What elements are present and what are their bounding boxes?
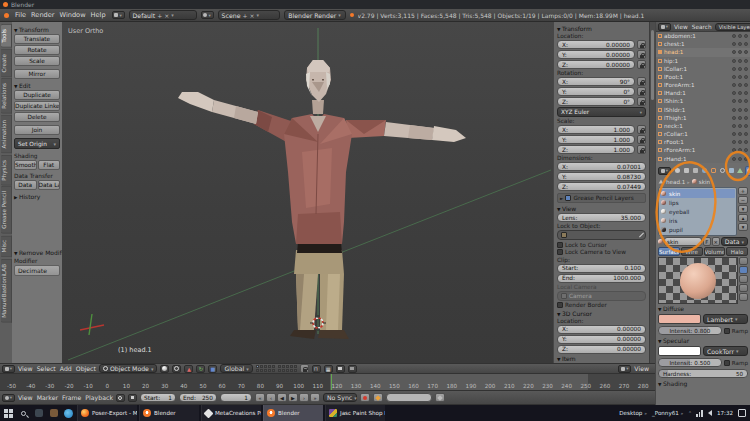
- toolshelf-tab[interactable]: Grease Pencil: [1, 186, 12, 234]
- outliner-item[interactable]: lShin:1: [656, 97, 750, 105]
- edit-tool-button[interactable]: Join: [14, 125, 60, 135]
- outliner-item[interactable]: lThigh:1: [656, 114, 750, 122]
- taskbar-window-button[interactable]: Blender: [263, 405, 323, 421]
- properties-tab-icon[interactable]: [682, 166, 690, 176]
- viewport-menu[interactable]: Select: [37, 365, 56, 372]
- transform-tool-button[interactable]: Rotate: [14, 45, 60, 55]
- mode-dropdown[interactable]: Object Mode: [99, 364, 158, 373]
- specular-ramp-checkbox[interactable]: Ramp: [724, 360, 748, 366]
- viewport-menu[interactable]: View: [18, 365, 33, 372]
- frame-end-field[interactable]: End:250: [179, 393, 217, 402]
- outliner-item[interactable]: lCollar:1: [656, 65, 750, 73]
- lock-to-scene-button[interactable]: [300, 364, 309, 373]
- visibility-toggles[interactable]: [732, 116, 748, 120]
- frame-start-field[interactable]: Start:1: [140, 393, 176, 402]
- snap-magnet-button[interactable]: U: [312, 365, 321, 373]
- viewport-menu[interactable]: Object: [76, 365, 96, 372]
- outliner-filter-dropdown[interactable]: Visible Layers: [715, 23, 750, 31]
- edit-panel-header[interactable]: Edit: [14, 82, 60, 89]
- visibility-toggles[interactable]: [732, 132, 748, 136]
- data-transfer-button[interactable]: Data: [14, 180, 37, 190]
- timeline-menu[interactable]: Playback: [85, 394, 113, 401]
- menubar-menu[interactable]: Help: [89, 11, 108, 19]
- taskbar-window-button[interactable]: Blender: [139, 405, 199, 421]
- lock-time-button[interactable]: [128, 394, 137, 402]
- timeline-menu[interactable]: Frame: [62, 394, 81, 401]
- clock[interactable]: 17:32: [717, 410, 733, 416]
- lock-icon[interactable]: [637, 87, 646, 96]
- outliner-item[interactable]: lHand:1: [656, 89, 750, 97]
- close-layout-button[interactable]: [164, 12, 169, 19]
- preview-monkey-button[interactable]: [739, 284, 748, 292]
- diffuse-intensity-slider[interactable]: Intensit:0.800: [658, 326, 722, 335]
- lens-field[interactable]: Lens:35.000: [557, 213, 646, 222]
- visibility-toggles[interactable]: [732, 157, 748, 161]
- toolshelf-tab[interactable]: Animation: [1, 115, 12, 154]
- properties-tab-icon[interactable]: [709, 166, 717, 176]
- snap-element-dropdown[interactable]: ▦: [324, 365, 333, 373]
- outliner-menu[interactable]: View: [674, 24, 688, 30]
- playback-button[interactable]: ▶: [288, 393, 298, 402]
- timeline-editor-button[interactable]: [2, 394, 15, 402]
- pinned-app-icon[interactable]: [47, 407, 60, 420]
- properties-tab-icon[interactable]: [700, 166, 708, 176]
- toolshelf-tab[interactable]: Physics: [1, 155, 12, 186]
- 3d-viewport[interactable]: User Ortho (1) head.1: [62, 22, 553, 363]
- outliner-item[interactable]: lShldr:1: [656, 106, 750, 114]
- render-border-checkbox[interactable]: Render Border: [557, 302, 646, 308]
- outliner-item[interactable]: lFoot:1: [656, 73, 750, 81]
- specular-intensity-slider[interactable]: Intensit:0.500: [658, 358, 722, 367]
- render-engine-dropdown[interactable]: Blender Render: [284, 10, 346, 20]
- scale-field[interactable]: Y:1.000: [557, 135, 635, 144]
- render-opengl-anim-button[interactable]: [348, 365, 357, 373]
- properties-tab-icon[interactable]: [745, 166, 750, 176]
- keying-set-field[interactable]: [386, 393, 432, 402]
- layer-selector[interactable]: [256, 365, 297, 372]
- rotation-field[interactable]: Y:0°: [557, 87, 635, 96]
- add-layout-button[interactable]: [157, 12, 162, 19]
- lock-icon[interactable]: [637, 50, 646, 59]
- playback-button[interactable]: ◀: [277, 393, 287, 402]
- item-header[interactable]: Item: [557, 355, 646, 362]
- transform-panel-header[interactable]: Transform: [14, 26, 60, 33]
- clip-start-field[interactable]: Start:0.100: [557, 264, 646, 273]
- visibility-toggles[interactable]: [732, 124, 748, 128]
- outliner-item[interactable]: rCollar:1: [656, 130, 750, 138]
- add-slot-button[interactable]: +: [738, 187, 748, 195]
- cursor-location-field[interactable]: X:0.00000: [557, 325, 646, 334]
- preview-hair-button[interactable]: [739, 293, 748, 301]
- playback-button[interactable]: ›: [299, 393, 309, 402]
- scene-selector-icon[interactable]: [201, 11, 214, 19]
- outliner-item[interactable]: neck:1: [656, 122, 750, 130]
- timeline-menu[interactable]: Marker: [37, 394, 58, 401]
- sync-dropdown[interactable]: No Sync: [323, 393, 357, 402]
- visibility-toggles[interactable]: [732, 140, 748, 144]
- tray-expand-icon[interactable]: ˄: [688, 410, 691, 417]
- lock-to-object-field[interactable]: [557, 230, 646, 240]
- specular-color-swatch[interactable]: [658, 346, 701, 356]
- edit-tool-button[interactable]: Duplicate: [14, 90, 60, 100]
- use-preview-range-button[interactable]: [116, 394, 125, 402]
- timeline-editor-type-button[interactable]: [618, 365, 631, 373]
- material-link-dropdown[interactable]: Data: [721, 237, 748, 246]
- outliner-item[interactable]: rForeArm:1: [656, 146, 750, 154]
- outliner-item[interactable]: abdomen:1: [656, 32, 750, 40]
- fake-user-button[interactable]: F: [703, 237, 711, 246]
- menubar-menu[interactable]: Render: [29, 11, 56, 19]
- manipulator-translate-button[interactable]: ▲: [184, 365, 193, 373]
- slot-move-down-button[interactable]: ▾: [738, 223, 748, 231]
- properties-tab-icon[interactable]: [736, 166, 744, 176]
- preview-flat-button[interactable]: [739, 257, 748, 265]
- rotation-mode-dropdown[interactable]: XYZ Euler: [557, 107, 646, 117]
- dimension-field[interactable]: X:0.07001: [557, 162, 646, 171]
- render-opengl-button[interactable]: [336, 365, 345, 373]
- material-slot[interactable]: iris: [660, 216, 735, 225]
- material-type-tab[interactable]: Wire: [681, 247, 703, 256]
- shading-panel-header[interactable]: Shading: [658, 380, 748, 387]
- diffuse-ramp-checkbox[interactable]: Ramp: [724, 328, 748, 334]
- rotation-field[interactable]: X:90°: [557, 77, 635, 86]
- properties-tab-icon[interactable]: [691, 166, 699, 176]
- keying-set-button[interactable]: [373, 393, 383, 402]
- diffuse-shader-dropdown[interactable]: Lambert: [703, 314, 748, 324]
- properties-tab-icon[interactable]: [727, 166, 735, 176]
